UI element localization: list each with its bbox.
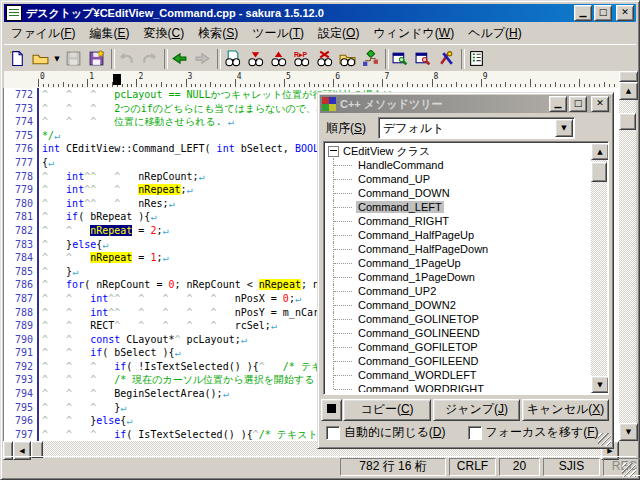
scroll-up-button[interactable]: ▲ — [619, 82, 638, 100]
replace-button[interactable]: R▸P — [290, 47, 313, 70]
menu-settings[interactable]: 設定(O) — [311, 23, 366, 44]
tree-item-command_up2[interactable]: Command_UP2 — [326, 284, 590, 298]
ruler-tick — [555, 82, 556, 87]
maximize-button[interactable]: □ — [594, 5, 612, 21]
order-combobox[interactable]: デフォルト ▼ — [378, 117, 575, 139]
scroll-down-button[interactable]: ▼ — [619, 423, 638, 441]
outline-analysis-button[interactable] — [359, 47, 382, 70]
tree-item-command_up[interactable]: Command_UP — [326, 172, 590, 186]
keyword-settings-button[interactable] — [435, 47, 458, 70]
tree-item-command_left[interactable]: Command_LEFT — [326, 200, 590, 214]
vertical-scroll-thumb[interactable] — [619, 113, 636, 130]
tree-item-command_1pageup[interactable]: Command_1PageUp — [326, 256, 590, 270]
tree-collapse-icon[interactable] — [328, 146, 339, 157]
menu-search[interactable]: 検索(S) — [191, 23, 245, 44]
tree-item-label: Command_HalfPageDown — [356, 243, 490, 255]
vertical-split-box[interactable] — [619, 71, 638, 82]
move-focus-checkbox[interactable] — [468, 426, 482, 440]
ruler-number: 7 — [384, 72, 389, 81]
open-file-dropdown-button[interactable]: ▼ — [52, 47, 62, 70]
tree-item-command_down2[interactable]: Command_DOWN2 — [326, 298, 590, 312]
code-segment: if — [66, 211, 78, 222]
undo-button[interactable] — [115, 47, 138, 70]
tree-item-handlecommand[interactable]: HandleCommand — [326, 158, 590, 172]
code-segment: ^^ ^ ^ ^ ^ — [108, 307, 234, 318]
clear-marks-button[interactable] — [313, 47, 336, 70]
vertical-scroll-track[interactable] — [619, 100, 636, 423]
new-file-button[interactable] — [6, 47, 29, 70]
find-next-button[interactable] — [244, 47, 267, 70]
save-as-button[interactable] — [85, 47, 108, 70]
dialog-minimize-button[interactable]: ▁ — [549, 96, 567, 112]
ruler-tick — [289, 84, 290, 87]
ruler-tick — [299, 84, 300, 87]
save-button[interactable] — [62, 47, 85, 70]
outline-list-button[interactable] — [465, 47, 488, 70]
menu-help[interactable]: ヘルプ(H) — [461, 23, 529, 44]
find-button[interactable] — [221, 47, 244, 70]
tree-item-command_1pagedown[interactable]: Command_1PageDown — [326, 270, 590, 284]
tree-item-command_golineend[interactable]: Command_GOLINEEND — [326, 326, 590, 340]
jump-button[interactable]: ジャンプ(J) — [433, 399, 520, 421]
grep-button[interactable] — [336, 47, 359, 70]
tree-item-command_gofileend[interactable]: Command_GOFILEEND — [326, 354, 590, 368]
vertical-scrollbar[interactable]: ▲ ▼ — [619, 71, 636, 441]
redo-button[interactable] — [138, 47, 161, 70]
tree-scroll-up-button[interactable]: ▲ — [591, 143, 609, 160]
dialog-title-bar: C++ メソッドツリー ▁ □ ✕ — [320, 95, 611, 113]
tree-scroll-track[interactable] — [591, 160, 607, 376]
dialog-title: C++ メソッドツリー — [340, 97, 547, 112]
menu-edit[interactable]: 編集(E) — [82, 23, 136, 44]
tree-item-command_wordleft[interactable]: Command_WORDLEFT — [326, 368, 590, 382]
tree-scroll-thumb[interactable] — [591, 162, 607, 182]
code-segment: ^ — [42, 239, 66, 250]
tree-root-ceditview-class[interactable]: CEditView クラス — [326, 144, 590, 158]
ruler-tick — [402, 84, 403, 87]
combobox-dropdown-button[interactable]: ▼ — [555, 119, 573, 137]
menu-window[interactable]: ウィンドウ(W) — [366, 23, 461, 44]
code-segment: rcSel; — [235, 320, 271, 331]
menu-convert[interactable]: 変換(C) — [136, 23, 191, 44]
jump-forward-button[interactable] — [191, 47, 214, 70]
ruler-tick — [186, 79, 187, 87]
ruler-tick — [161, 82, 162, 87]
line-number: 783 — [4, 238, 37, 252]
open-file-button[interactable] — [29, 47, 52, 70]
tree-scrollbar[interactable]: ▲ ▼ — [591, 143, 607, 393]
ruler-tick — [38, 79, 39, 87]
tree-item-command_halfpageup[interactable]: Command_HalfPageUp — [326, 228, 590, 242]
save-icon — [65, 50, 82, 67]
dialog-maximize-button[interactable]: □ — [569, 96, 587, 112]
minimize-button[interactable]: ▁ — [574, 5, 592, 21]
jump-back-button[interactable] — [168, 47, 191, 70]
code-segment: for — [66, 279, 84, 290]
ruler-tick — [348, 84, 349, 87]
code-segment: ↵ — [162, 225, 168, 236]
tree-item-command_gofiletop[interactable]: Command_GOFILETOP — [326, 340, 590, 354]
type-settings-button[interactable] — [412, 47, 435, 70]
tree-scroll-down-button[interactable]: ▼ — [591, 376, 609, 393]
common-settings-icon — [392, 50, 409, 67]
tree-item-label: Command_DOWN — [356, 187, 452, 199]
cancel-button[interactable]: キャンセル(X) — [522, 399, 609, 421]
tree-item-command_golinetop[interactable]: Command_GOLINETOP — [326, 312, 590, 326]
tree-item-label: Command_1PageDown — [356, 271, 477, 283]
tree-item-command_down[interactable]: Command_DOWN — [326, 186, 590, 200]
dialog-resize-grip[interactable] — [598, 433, 611, 446]
ruler-tick — [441, 84, 442, 87]
dialog-close-button[interactable]: ✕ — [591, 96, 609, 112]
stop-button[interactable] — [321, 399, 342, 421]
tree-item-command_right[interactable]: Command_RIGHT — [326, 214, 590, 228]
auto-close-checkbox[interactable] — [326, 426, 340, 440]
close-button[interactable]: ✕ — [616, 5, 634, 21]
menu-tool[interactable]: ツール(T) — [245, 23, 311, 44]
copy-button[interactable]: コピー(C) — [343, 399, 431, 421]
tree-item-command_wordright[interactable]: Command_WORDRIGHT — [326, 382, 590, 392]
find-prev-button[interactable] — [267, 47, 290, 70]
menu-file[interactable]: ファイル(F) — [4, 23, 82, 44]
window-resize-grip[interactable] — [622, 463, 636, 477]
common-settings-button[interactable] — [389, 47, 412, 70]
status-bar: 782 行 16 桁CRLF20SJISREC挿入 — [4, 456, 636, 477]
tree-item-command_halfpagedown[interactable]: Command_HalfPageDown — [326, 242, 590, 256]
ruler-number: 9 — [483, 72, 488, 81]
